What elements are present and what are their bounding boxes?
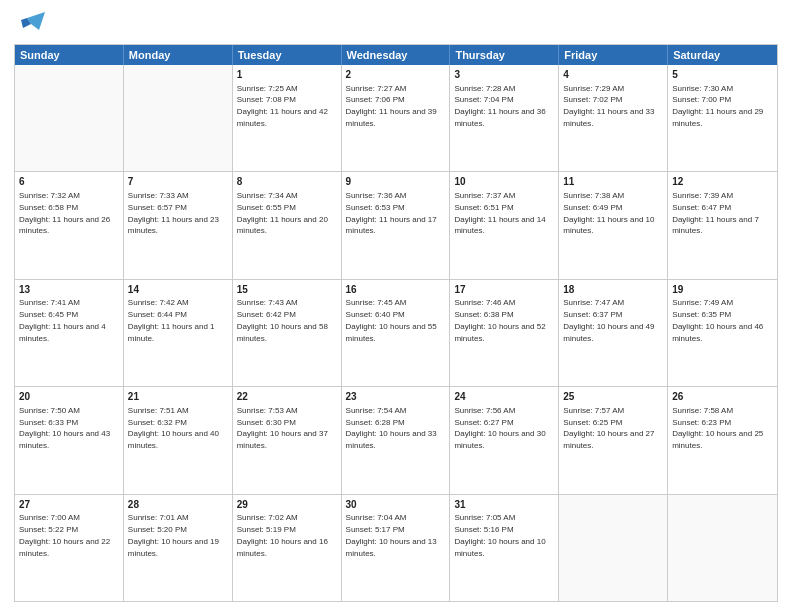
- sunset-info: Sunset: 6:53 PM: [346, 203, 405, 212]
- cal-cell-day-25: 25Sunrise: 7:57 AMSunset: 6:25 PMDayligh…: [559, 387, 668, 493]
- daylight-info: Daylight: 11 hours and 17 minutes.: [346, 215, 437, 236]
- sunrise-info: Sunrise: 7:47 AM: [563, 298, 624, 307]
- daylight-info: Daylight: 10 hours and 58 minutes.: [237, 322, 328, 343]
- daylight-info: Daylight: 11 hours and 33 minutes.: [563, 107, 654, 128]
- sunset-info: Sunset: 5:17 PM: [346, 525, 405, 534]
- day-number: 15: [237, 283, 337, 297]
- sunrise-info: Sunrise: 7:51 AM: [128, 406, 189, 415]
- calendar-row-1: 1Sunrise: 7:25 AMSunset: 7:08 PMDaylight…: [15, 65, 777, 171]
- calendar-body: 1Sunrise: 7:25 AMSunset: 7:08 PMDaylight…: [15, 65, 777, 601]
- calendar-row-4: 20Sunrise: 7:50 AMSunset: 6:33 PMDayligh…: [15, 386, 777, 493]
- daylight-info: Daylight: 10 hours and 43 minutes.: [19, 429, 110, 450]
- day-number: 16: [346, 283, 446, 297]
- sunset-info: Sunset: 6:51 PM: [454, 203, 513, 212]
- sunset-info: Sunset: 6:45 PM: [19, 310, 78, 319]
- daylight-info: Daylight: 10 hours and 49 minutes.: [563, 322, 654, 343]
- cal-cell-empty: [15, 65, 124, 171]
- cal-cell-day-26: 26Sunrise: 7:58 AMSunset: 6:23 PMDayligh…: [668, 387, 777, 493]
- day-number: 25: [563, 390, 663, 404]
- cal-cell-day-20: 20Sunrise: 7:50 AMSunset: 6:33 PMDayligh…: [15, 387, 124, 493]
- day-number: 22: [237, 390, 337, 404]
- sunrise-info: Sunrise: 7:53 AM: [237, 406, 298, 415]
- sunset-info: Sunset: 6:28 PM: [346, 418, 405, 427]
- cal-cell-day-1: 1Sunrise: 7:25 AMSunset: 7:08 PMDaylight…: [233, 65, 342, 171]
- sunset-info: Sunset: 6:40 PM: [346, 310, 405, 319]
- cal-cell-day-17: 17Sunrise: 7:46 AMSunset: 6:38 PMDayligh…: [450, 280, 559, 386]
- daylight-info: Daylight: 11 hours and 7 minutes.: [672, 215, 759, 236]
- day-header-thursday: Thursday: [450, 45, 559, 65]
- day-header-friday: Friday: [559, 45, 668, 65]
- sunset-info: Sunset: 6:35 PM: [672, 310, 731, 319]
- sunrise-info: Sunrise: 7:05 AM: [454, 513, 515, 522]
- day-number: 11: [563, 175, 663, 189]
- daylight-info: Daylight: 10 hours and 22 minutes.: [19, 537, 110, 558]
- daylight-info: Daylight: 10 hours and 10 minutes.: [454, 537, 545, 558]
- sunrise-info: Sunrise: 7:42 AM: [128, 298, 189, 307]
- sunset-info: Sunset: 6:47 PM: [672, 203, 731, 212]
- sunset-info: Sunset: 5:19 PM: [237, 525, 296, 534]
- daylight-info: Daylight: 10 hours and 25 minutes.: [672, 429, 763, 450]
- cal-cell-day-6: 6Sunrise: 7:32 AMSunset: 6:58 PMDaylight…: [15, 172, 124, 278]
- sunrise-info: Sunrise: 7:25 AM: [237, 84, 298, 93]
- svg-marker-0: [27, 12, 45, 30]
- cal-cell-day-13: 13Sunrise: 7:41 AMSunset: 6:45 PMDayligh…: [15, 280, 124, 386]
- cal-cell-day-31: 31Sunrise: 7:05 AMSunset: 5:16 PMDayligh…: [450, 495, 559, 601]
- day-number: 29: [237, 498, 337, 512]
- cal-cell-empty: [559, 495, 668, 601]
- daylight-info: Daylight: 11 hours and 10 minutes.: [563, 215, 654, 236]
- sunset-info: Sunset: 7:02 PM: [563, 95, 622, 104]
- cal-cell-day-18: 18Sunrise: 7:47 AMSunset: 6:37 PMDayligh…: [559, 280, 668, 386]
- sunset-info: Sunset: 6:58 PM: [19, 203, 78, 212]
- day-number: 27: [19, 498, 119, 512]
- cal-cell-day-30: 30Sunrise: 7:04 AMSunset: 5:17 PMDayligh…: [342, 495, 451, 601]
- sunrise-info: Sunrise: 7:00 AM: [19, 513, 80, 522]
- sunset-info: Sunset: 5:16 PM: [454, 525, 513, 534]
- sunset-info: Sunset: 6:30 PM: [237, 418, 296, 427]
- calendar-row-5: 27Sunrise: 7:00 AMSunset: 5:22 PMDayligh…: [15, 494, 777, 601]
- daylight-info: Daylight: 10 hours and 52 minutes.: [454, 322, 545, 343]
- daylight-info: Daylight: 10 hours and 40 minutes.: [128, 429, 219, 450]
- day-number: 21: [128, 390, 228, 404]
- daylight-info: Daylight: 11 hours and 26 minutes.: [19, 215, 110, 236]
- daylight-info: Daylight: 11 hours and 39 minutes.: [346, 107, 437, 128]
- sunset-info: Sunset: 6:23 PM: [672, 418, 731, 427]
- sunset-info: Sunset: 5:22 PM: [19, 525, 78, 534]
- daylight-info: Daylight: 11 hours and 4 minutes.: [19, 322, 106, 343]
- cal-cell-day-5: 5Sunrise: 7:30 AMSunset: 7:00 PMDaylight…: [668, 65, 777, 171]
- sunrise-info: Sunrise: 7:01 AM: [128, 513, 189, 522]
- sunset-info: Sunset: 6:55 PM: [237, 203, 296, 212]
- day-header-sunday: Sunday: [15, 45, 124, 65]
- cal-cell-day-19: 19Sunrise: 7:49 AMSunset: 6:35 PMDayligh…: [668, 280, 777, 386]
- cal-cell-day-3: 3Sunrise: 7:28 AMSunset: 7:04 PMDaylight…: [450, 65, 559, 171]
- daylight-info: Daylight: 11 hours and 23 minutes.: [128, 215, 219, 236]
- sunrise-info: Sunrise: 7:33 AM: [128, 191, 189, 200]
- sunrise-info: Sunrise: 7:28 AM: [454, 84, 515, 93]
- day-number: 30: [346, 498, 446, 512]
- sunrise-info: Sunrise: 7:29 AM: [563, 84, 624, 93]
- day-number: 17: [454, 283, 554, 297]
- calendar-row-2: 6Sunrise: 7:32 AMSunset: 6:58 PMDaylight…: [15, 171, 777, 278]
- day-number: 5: [672, 68, 773, 82]
- day-number: 3: [454, 68, 554, 82]
- calendar-header: SundayMondayTuesdayWednesdayThursdayFrid…: [15, 45, 777, 65]
- daylight-info: Daylight: 10 hours and 16 minutes.: [237, 537, 328, 558]
- page-header: [14, 10, 778, 38]
- sunset-info: Sunset: 6:25 PM: [563, 418, 622, 427]
- sunrise-info: Sunrise: 7:36 AM: [346, 191, 407, 200]
- sunset-info: Sunset: 6:32 PM: [128, 418, 187, 427]
- cal-cell-day-29: 29Sunrise: 7:02 AMSunset: 5:19 PMDayligh…: [233, 495, 342, 601]
- sunrise-info: Sunrise: 7:41 AM: [19, 298, 80, 307]
- sunrise-info: Sunrise: 7:50 AM: [19, 406, 80, 415]
- sunrise-info: Sunrise: 7:02 AM: [237, 513, 298, 522]
- sunset-info: Sunset: 6:42 PM: [237, 310, 296, 319]
- daylight-info: Daylight: 11 hours and 1 minute.: [128, 322, 215, 343]
- day-number: 28: [128, 498, 228, 512]
- cal-cell-day-16: 16Sunrise: 7:45 AMSunset: 6:40 PMDayligh…: [342, 280, 451, 386]
- cal-cell-day-8: 8Sunrise: 7:34 AMSunset: 6:55 PMDaylight…: [233, 172, 342, 278]
- day-number: 7: [128, 175, 228, 189]
- day-number: 18: [563, 283, 663, 297]
- day-number: 24: [454, 390, 554, 404]
- sunset-info: Sunset: 6:49 PM: [563, 203, 622, 212]
- daylight-info: Daylight: 10 hours and 55 minutes.: [346, 322, 437, 343]
- day-number: 6: [19, 175, 119, 189]
